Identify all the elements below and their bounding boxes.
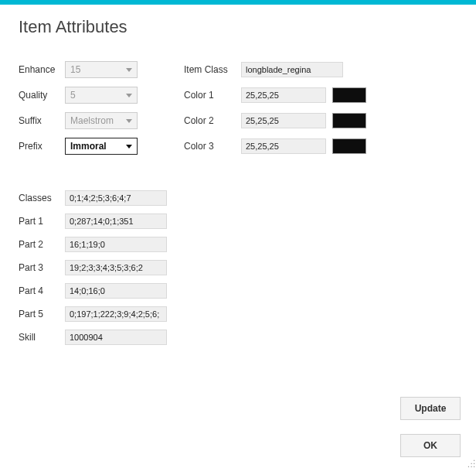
part5-label: Part 5 (19, 309, 65, 319)
color1-swatch[interactable] (332, 87, 366, 103)
skill-row: Skill 1000904 (19, 328, 457, 347)
color1-row: Color 1 25,25,25 (184, 86, 366, 104)
color3-label: Color 3 (184, 141, 241, 152)
itemclass-row: Item Class longblade_regina (184, 60, 366, 79)
suffix-label: Suffix (19, 115, 65, 126)
part1-value: 0;287;14;0;1;351 (70, 217, 134, 226)
part3-input[interactable]: 19;2;3;3;4;3;5;3;6;2 (65, 260, 167, 275)
part5-row: Part 5 0;197;1;222;3;9;4;2;5;6; (19, 305, 457, 323)
upper-panel: Enhance 15 Quality 5 Suffix Maelstrom (19, 60, 457, 162)
color1-input[interactable]: 25,25,25 (241, 87, 326, 103)
classes-input[interactable]: 0;1;4;2;5;3;6;4;7 (65, 190, 167, 206)
color2-row: Color 2 25,25,25 (184, 111, 366, 130)
part5-input[interactable]: 0;197;1;222;3;9;4;2;5;6; (65, 306, 167, 322)
prefix-dropdown[interactable]: Immoral (65, 138, 138, 155)
enhance-row: Enhance 15 (19, 60, 138, 79)
chevron-down-icon (126, 94, 132, 97)
suffix-row: Suffix Maelstrom (19, 111, 138, 130)
dialog-buttons: Update OK (400, 397, 461, 457)
itemclass-label: Item Class (184, 64, 241, 75)
color2-value: 25,25,25 (246, 116, 279, 125)
prefix-value: Immoral (70, 141, 107, 152)
part4-value: 14;0;16;0 (70, 286, 105, 295)
color1-label: Color 1 (184, 90, 241, 101)
color3-row: Color 3 25,25,25 (184, 137, 366, 155)
skill-input[interactable]: 1000904 (65, 330, 167, 345)
attributes-right-column: Item Class longblade_regina Color 1 25,2… (184, 60, 366, 162)
part2-row: Part 2 16;1;19;0 (19, 235, 457, 254)
color2-input[interactable]: 25,25,25 (241, 113, 326, 128)
part5-value: 0;197;1;222;3;9;4;2;5;6; (70, 309, 159, 319)
part2-value: 16;1;19;0 (70, 240, 105, 249)
part2-input[interactable]: 16;1;19;0 (65, 237, 167, 252)
update-button[interactable]: Update (400, 397, 461, 420)
quality-row: Quality 5 (19, 86, 138, 104)
color1-value: 25,25,25 (246, 91, 279, 100)
parts-panel: Classes 0;1;4;2;5;3;6;4;7 Part 1 0;287;1… (19, 189, 457, 347)
itemclass-input[interactable]: longblade_regina (241, 62, 343, 77)
suffix-dropdown[interactable]: Maelstrom (65, 112, 138, 129)
page-title: Item Attributes (19, 17, 457, 37)
enhance-label: Enhance (19, 64, 65, 75)
color2-swatch[interactable] (332, 113, 366, 128)
quality-label: Quality (19, 90, 65, 101)
part1-label: Part 1 (19, 216, 65, 227)
chevron-down-icon (126, 119, 132, 123)
suffix-value: Maelstrom (70, 115, 114, 126)
part2-label: Part 2 (19, 239, 65, 250)
enhance-value: 15 (70, 64, 80, 75)
color3-input[interactable]: 25,25,25 (241, 138, 326, 154)
part3-label: Part 3 (19, 262, 65, 273)
skill-label: Skill (19, 332, 65, 343)
part4-label: Part 4 (19, 285, 65, 296)
classes-value: 0;1;4;2;5;3;6;4;7 (70, 193, 131, 203)
part4-input[interactable]: 14;0;16;0 (65, 283, 167, 299)
quality-value: 5 (70, 90, 76, 101)
chevron-down-icon (126, 68, 132, 72)
enhance-dropdown[interactable]: 15 (65, 61, 138, 78)
skill-value: 1000904 (70, 333, 103, 342)
prefix-row: Prefix Immoral (19, 137, 138, 155)
part4-row: Part 4 14;0;16;0 (19, 282, 457, 300)
resize-grip-icon[interactable]: .. .. . . (468, 457, 474, 466)
itemclass-value: longblade_regina (246, 65, 311, 74)
prefix-label: Prefix (19, 141, 65, 152)
color2-label: Color 2 (184, 115, 241, 126)
attributes-left-column: Enhance 15 Quality 5 Suffix Maelstrom (19, 60, 138, 162)
part1-input[interactable]: 0;287;14;0;1;351 (65, 214, 167, 229)
color3-swatch[interactable] (332, 138, 366, 154)
classes-row: Classes 0;1;4;2;5;3;6;4;7 (19, 189, 457, 207)
part3-value: 19;2;3;3;4;3;5;3;6;2 (70, 263, 143, 272)
ok-button[interactable]: OK (400, 434, 461, 457)
content-area: Item Attributes Enhance 15 Quality 5 Suf… (0, 5, 476, 347)
quality-dropdown[interactable]: 5 (65, 87, 138, 104)
color3-value: 25,25,25 (246, 142, 279, 151)
chevron-down-icon (126, 145, 132, 149)
classes-label: Classes (19, 193, 65, 203)
part3-row: Part 3 19;2;3;3;4;3;5;3;6;2 (19, 258, 457, 277)
part1-row: Part 1 0;287;14;0;1;351 (19, 212, 457, 231)
